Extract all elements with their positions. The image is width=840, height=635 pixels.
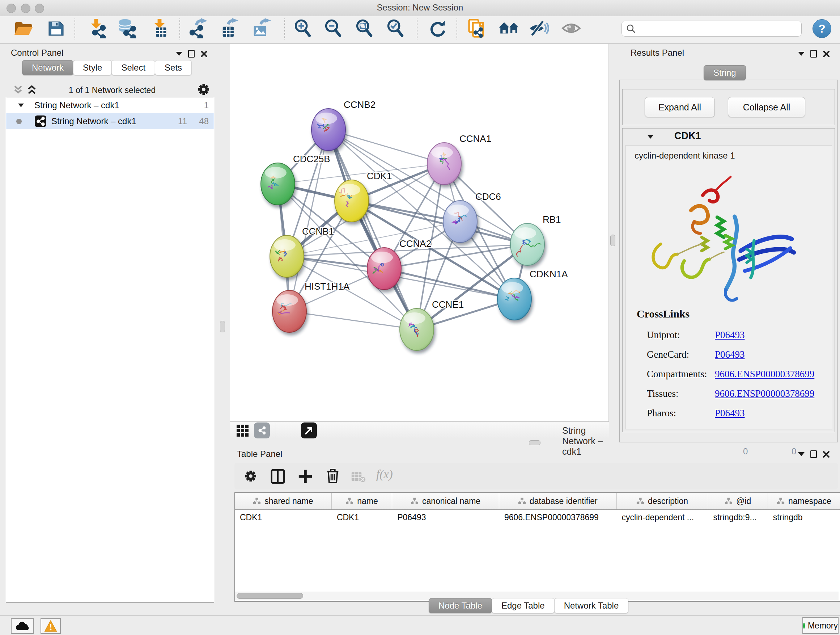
network-node-CDC25B[interactable]: [261, 163, 295, 205]
network-edge-HIST1H1A-CCNE1[interactable]: [289, 311, 417, 329]
crosslink-genecard-link[interactable]: P06493: [715, 349, 745, 360]
save-session-button[interactable]: [45, 17, 67, 40]
tab-string-results[interactable]: String: [704, 65, 746, 80]
zoom-out-button[interactable]: [322, 17, 344, 40]
cloud-status-button[interactable]: [11, 618, 34, 634]
network-canvas[interactable]: CCNB2CCNA1CDC25BCDK1CDC6RB1CCNB1CCNA2CDK…: [230, 44, 609, 421]
crosslink-pharos-link[interactable]: P06493: [715, 408, 745, 419]
table-row[interactable]: CDK1 CDK1 P06493 9606.ENSP00000378699 cy…: [235, 510, 840, 525]
apply-layout-button[interactable]: [426, 17, 448, 40]
search-field[interactable]: [622, 21, 802, 36]
network-node-CCNB2[interactable]: [311, 109, 346, 150]
network-node-CCNE1[interactable]: [400, 309, 434, 350]
zoom-selected-button[interactable]: [384, 17, 407, 40]
expand-all-button[interactable]: Expand All: [645, 97, 715, 117]
zoom-fit-button[interactable]: [353, 17, 376, 40]
crosslink-label: Pharos:: [647, 408, 715, 419]
hierarchy-icon: [346, 497, 354, 505]
close-panel-icon[interactable]: [201, 50, 208, 57]
help-button[interactable]: ?: [813, 19, 831, 38]
export-table-button[interactable]: [218, 17, 240, 40]
cell-id[interactable]: stringdb:9...: [708, 513, 768, 523]
grid-view-icon[interactable]: [236, 424, 249, 438]
float-panel-icon[interactable]: [810, 450, 817, 458]
import-network-file-button[interactable]: [85, 17, 108, 40]
string-view-button[interactable]: [254, 423, 270, 439]
network-node-CCNA1[interactable]: [427, 143, 461, 185]
tab-style[interactable]: Style: [73, 60, 112, 75]
right-splitter-handle[interactable]: [610, 234, 615, 246]
zoom-in-button[interactable]: [292, 17, 314, 40]
table-options-gear-icon[interactable]: [242, 468, 259, 485]
column-header[interactable]: shared name: [235, 493, 332, 509]
tab-node-table[interactable]: Node Table: [429, 598, 492, 613]
collection-expand-icon[interactable]: [18, 103, 24, 108]
crosslink-tissues-link[interactable]: 9606.ENSP00000378699: [715, 388, 814, 399]
float-panel-icon[interactable]: [188, 50, 195, 57]
export-image-button[interactable]: [249, 17, 272, 40]
show-all-networks-button[interactable]: [498, 17, 520, 40]
import-table-button[interactable]: [148, 17, 171, 40]
panel-menu-icon[interactable]: [798, 452, 805, 456]
delete-column-trash-icon[interactable]: [325, 468, 341, 485]
cell-database-identifier[interactable]: 9606.ENSP00000378699: [499, 513, 617, 523]
network-collection-row[interactable]: String Network – cdk1 1: [6, 97, 214, 113]
open-session-button[interactable]: [12, 17, 35, 40]
search-input[interactable]: [639, 24, 796, 34]
zoom-in-icon: [293, 19, 313, 38]
tab-sets[interactable]: Sets: [155, 60, 192, 75]
show-columns-icon[interactable]: [270, 469, 286, 485]
column-header[interactable]: description: [617, 493, 708, 509]
cell-canonical-name[interactable]: P06493: [392, 513, 499, 523]
tab-select[interactable]: Select: [111, 60, 155, 75]
cell-name[interactable]: CDK1: [332, 513, 392, 523]
scrollbar-thumb[interactable]: [237, 593, 303, 599]
cell-namespace[interactable]: stringdb: [768, 513, 840, 523]
network-edge-CCNB2-CCNE1[interactable]: [328, 130, 417, 329]
network-node-CCNA2[interactable]: [367, 248, 401, 290]
close-panel-icon[interactable]: [823, 451, 830, 458]
network-node-CCNB1[interactable]: [270, 235, 304, 277]
panel-menu-icon[interactable]: [798, 52, 805, 56]
crosslink-uniprot-link[interactable]: P06493: [715, 329, 745, 340]
network-node-CDK1[interactable]: [335, 180, 369, 222]
add-column-icon[interactable]: [297, 469, 313, 485]
tab-edge-table[interactable]: Edge Table: [492, 598, 554, 613]
export-network-button[interactable]: [187, 17, 209, 40]
warning-status-button[interactable]: [41, 618, 61, 634]
column-header[interactable]: database identifier: [499, 493, 617, 509]
collapse-all-chevron-icon[interactable]: [13, 85, 23, 95]
column-header[interactable]: namespace: [768, 493, 840, 509]
column-header[interactable]: canonical name: [392, 493, 499, 509]
column-header[interactable]: @id: [708, 493, 768, 509]
network-node-HIST1H1A[interactable]: [272, 290, 306, 333]
left-splitter-handle[interactable]: [220, 321, 225, 333]
network-row[interactable]: String Network – cdk1 11 48: [6, 113, 214, 129]
tab-network-table[interactable]: Network Table: [554, 598, 629, 613]
gene-collapse-icon[interactable]: [647, 134, 654, 139]
copy-style-button[interactable]: [465, 17, 488, 40]
network-selection-status: 1 of 1 Network selected: [40, 86, 185, 95]
detach-view-button[interactable]: [301, 423, 317, 439]
collapse-all-button[interactable]: Collapse All: [728, 97, 805, 117]
cell-description[interactable]: cyclin-dependent ...: [617, 513, 708, 523]
network-node-RB1[interactable]: [510, 223, 545, 265]
column-header[interactable]: name: [332, 493, 392, 509]
network-edge-CCNB2-CCNA1[interactable]: [328, 130, 444, 164]
cell-shared-name[interactable]: CDK1: [235, 513, 332, 523]
float-panel-icon[interactable]: [810, 50, 817, 57]
gear-icon[interactable]: [195, 81, 212, 98]
crosslink-compartments-link[interactable]: 9606.ENSP00000378699: [715, 369, 814, 380]
network-edge-CCNA2-CDKN1A[interactable]: [384, 269, 515, 299]
network-node-CDKN1A[interactable]: [497, 278, 531, 320]
memory-button[interactable]: Memory: [802, 617, 838, 634]
expand-all-chevron-icon[interactable]: [27, 85, 37, 95]
tab-network[interactable]: Network: [22, 60, 73, 75]
panel-menu-icon[interactable]: [176, 52, 182, 56]
import-network-database-button[interactable]: [116, 17, 138, 40]
hide-selected-button[interactable]: [527, 17, 550, 40]
network-node-CDC6[interactable]: [443, 201, 477, 242]
bottom-splitter-handle[interactable]: [529, 440, 540, 445]
close-panel-icon[interactable]: [823, 50, 830, 57]
show-hidden-button[interactable]: [560, 17, 583, 40]
